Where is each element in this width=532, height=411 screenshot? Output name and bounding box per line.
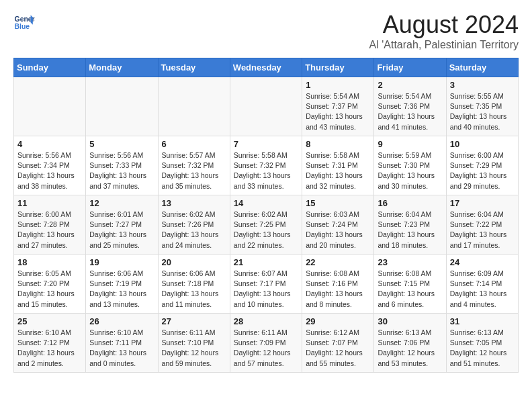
calendar-cell: 12Sunrise: 6:01 AM Sunset: 7:27 PM Dayli… (86, 195, 158, 255)
day-info: Sunrise: 6:06 AM Sunset: 7:18 PM Dayligh… (162, 269, 226, 310)
day-number: 5 (89, 139, 154, 149)
day-number: 25 (17, 316, 82, 326)
day-number: 27 (162, 316, 226, 326)
calendar-cell: 25Sunrise: 6:10 AM Sunset: 7:12 PM Dayli… (14, 314, 86, 373)
day-info: Sunrise: 5:57 AM Sunset: 7:32 PM Dayligh… (162, 150, 226, 191)
day-number: 22 (306, 257, 370, 267)
header-monday: Monday (86, 58, 158, 77)
day-number: 7 (234, 139, 298, 149)
calendar-cell: 31Sunrise: 6:13 AM Sunset: 7:05 PM Dayli… (446, 314, 518, 373)
day-number: 13 (162, 198, 226, 208)
day-info: Sunrise: 5:59 AM Sunset: 7:30 PM Dayligh… (378, 150, 442, 191)
day-number: 20 (162, 257, 226, 267)
day-info: Sunrise: 5:58 AM Sunset: 7:32 PM Dayligh… (234, 150, 298, 191)
logo: General Blue (13, 11, 35, 32)
day-number: 3 (450, 80, 515, 90)
day-info: Sunrise: 6:11 AM Sunset: 7:10 PM Dayligh… (162, 328, 226, 369)
day-info: Sunrise: 6:12 AM Sunset: 7:07 PM Dayligh… (306, 328, 370, 369)
page-header: General Blue August 2024 Al 'Attarah, Pa… (13, 11, 519, 51)
calendar-cell: 2Sunrise: 5:54 AM Sunset: 7:36 PM Daylig… (374, 77, 446, 136)
calendar-cell: 9Sunrise: 5:59 AM Sunset: 7:30 PM Daylig… (374, 136, 446, 195)
day-number: 6 (162, 139, 226, 149)
day-info: Sunrise: 6:11 AM Sunset: 7:09 PM Dayligh… (234, 328, 298, 369)
day-number: 8 (306, 139, 370, 149)
calendar-cell (158, 77, 230, 136)
calendar-cell: 16Sunrise: 6:04 AM Sunset: 7:23 PM Dayli… (374, 195, 446, 255)
day-info: Sunrise: 6:09 AM Sunset: 7:14 PM Dayligh… (450, 269, 515, 310)
calendar-week-3: 11Sunrise: 6:00 AM Sunset: 7:28 PM Dayli… (14, 195, 519, 255)
calendar-cell: 7Sunrise: 5:58 AM Sunset: 7:32 PM Daylig… (230, 136, 302, 195)
day-info: Sunrise: 5:56 AM Sunset: 7:33 PM Dayligh… (89, 150, 154, 191)
calendar-cell: 26Sunrise: 6:10 AM Sunset: 7:11 PM Dayli… (86, 314, 158, 373)
day-info: Sunrise: 6:13 AM Sunset: 7:06 PM Dayligh… (378, 328, 442, 369)
calendar-cell (86, 77, 158, 136)
calendar-cell: 28Sunrise: 6:11 AM Sunset: 7:09 PM Dayli… (230, 314, 302, 373)
day-info: Sunrise: 6:03 AM Sunset: 7:24 PM Dayligh… (306, 210, 370, 250)
day-info: Sunrise: 6:00 AM Sunset: 7:28 PM Dayligh… (17, 210, 82, 250)
calendar-cell: 8Sunrise: 5:58 AM Sunset: 7:31 PM Daylig… (302, 136, 374, 195)
calendar-cell: 24Sunrise: 6:09 AM Sunset: 7:14 PM Dayli… (446, 255, 518, 314)
day-number: 10 (450, 139, 515, 149)
day-info: Sunrise: 6:05 AM Sunset: 7:20 PM Dayligh… (17, 269, 82, 310)
day-number: 23 (378, 257, 442, 267)
calendar-subtitle: Al 'Attarah, Palestinian Territory (369, 39, 519, 51)
day-number: 31 (450, 316, 515, 326)
day-info: Sunrise: 6:07 AM Sunset: 7:17 PM Dayligh… (234, 269, 298, 310)
day-number: 12 (89, 198, 154, 208)
calendar-cell: 21Sunrise: 6:07 AM Sunset: 7:17 PM Dayli… (230, 255, 302, 314)
header-saturday: Saturday (446, 58, 518, 77)
calendar-week-5: 25Sunrise: 6:10 AM Sunset: 7:12 PM Dayli… (14, 314, 519, 373)
header-row: Sunday Monday Tuesday Wednesday Thursday… (14, 58, 519, 77)
calendar-cell: 22Sunrise: 6:08 AM Sunset: 7:16 PM Dayli… (302, 255, 374, 314)
calendar-cell (230, 77, 302, 136)
calendar-week-2: 4Sunrise: 5:56 AM Sunset: 7:34 PM Daylig… (14, 136, 519, 195)
calendar-cell: 6Sunrise: 5:57 AM Sunset: 7:32 PM Daylig… (158, 136, 230, 195)
day-info: Sunrise: 6:06 AM Sunset: 7:19 PM Dayligh… (89, 269, 154, 310)
day-number: 19 (89, 257, 154, 267)
day-info: Sunrise: 6:02 AM Sunset: 7:25 PM Dayligh… (234, 210, 298, 250)
day-number: 30 (378, 316, 442, 326)
day-number: 11 (17, 198, 82, 208)
day-number: 14 (234, 198, 298, 208)
day-info: Sunrise: 6:08 AM Sunset: 7:15 PM Dayligh… (378, 269, 442, 310)
calendar-cell: 10Sunrise: 6:00 AM Sunset: 7:29 PM Dayli… (446, 136, 518, 195)
header-tuesday: Tuesday (158, 58, 230, 77)
day-number: 29 (306, 316, 370, 326)
day-number: 16 (378, 198, 442, 208)
calendar-cell: 11Sunrise: 6:00 AM Sunset: 7:28 PM Dayli… (14, 195, 86, 255)
calendar-cell: 3Sunrise: 5:55 AM Sunset: 7:35 PM Daylig… (446, 77, 518, 136)
title-block: August 2024 Al 'Attarah, Palestinian Ter… (369, 11, 519, 51)
calendar-cell: 18Sunrise: 6:05 AM Sunset: 7:20 PM Dayli… (14, 255, 86, 314)
day-info: Sunrise: 5:54 AM Sunset: 7:36 PM Dayligh… (378, 91, 442, 132)
header-thursday: Thursday (302, 58, 374, 77)
day-number: 2 (378, 80, 442, 90)
calendar-cell: 29Sunrise: 6:12 AM Sunset: 7:07 PM Dayli… (302, 314, 374, 373)
logo-icon: General Blue (13, 11, 35, 32)
day-number: 24 (450, 257, 515, 267)
header-friday: Friday (374, 58, 446, 77)
day-info: Sunrise: 6:10 AM Sunset: 7:11 PM Dayligh… (89, 328, 154, 369)
day-info: Sunrise: 6:02 AM Sunset: 7:26 PM Dayligh… (162, 210, 226, 250)
calendar-cell: 20Sunrise: 6:06 AM Sunset: 7:18 PM Dayli… (158, 255, 230, 314)
header-wednesday: Wednesday (230, 58, 302, 77)
calendar-week-4: 18Sunrise: 6:05 AM Sunset: 7:20 PM Dayli… (14, 255, 519, 314)
day-info: Sunrise: 6:10 AM Sunset: 7:12 PM Dayligh… (17, 328, 82, 369)
day-number: 15 (306, 198, 370, 208)
calendar-title: August 2024 (369, 11, 519, 39)
calendar-cell: 15Sunrise: 6:03 AM Sunset: 7:24 PM Dayli… (302, 195, 374, 255)
calendar-cell: 17Sunrise: 6:04 AM Sunset: 7:22 PM Dayli… (446, 195, 518, 255)
calendar-cell: 5Sunrise: 5:56 AM Sunset: 7:33 PM Daylig… (86, 136, 158, 195)
calendar-table: Sunday Monday Tuesday Wednesday Thursday… (13, 58, 519, 373)
header-sunday: Sunday (14, 58, 86, 77)
calendar-cell: 1Sunrise: 5:54 AM Sunset: 7:37 PM Daylig… (302, 77, 374, 136)
day-number: 21 (234, 257, 298, 267)
day-info: Sunrise: 5:54 AM Sunset: 7:37 PM Dayligh… (306, 91, 370, 132)
day-info: Sunrise: 5:58 AM Sunset: 7:31 PM Dayligh… (306, 150, 370, 191)
calendar-cell: 13Sunrise: 6:02 AM Sunset: 7:26 PM Dayli… (158, 195, 230, 255)
day-info: Sunrise: 6:00 AM Sunset: 7:29 PM Dayligh… (450, 150, 515, 191)
day-number: 26 (89, 316, 154, 326)
day-info: Sunrise: 5:56 AM Sunset: 7:34 PM Dayligh… (17, 150, 82, 191)
calendar-cell: 23Sunrise: 6:08 AM Sunset: 7:15 PM Dayli… (374, 255, 446, 314)
day-number: 28 (234, 316, 298, 326)
calendar-cell (14, 77, 86, 136)
